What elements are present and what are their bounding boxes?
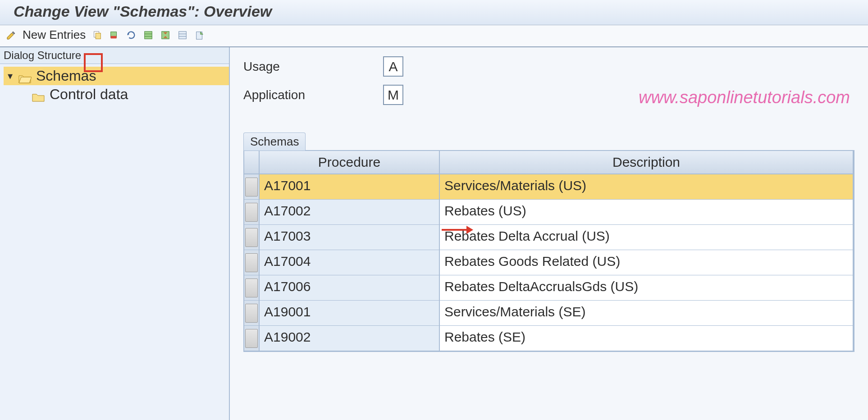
row-selector[interactable] [244, 275, 260, 301]
delete-icon[interactable] [108, 29, 120, 41]
tree-node-schemas[interactable]: ▾ Schemas [4, 67, 229, 85]
folder-open-icon [18, 71, 32, 82]
svg-rect-1 [96, 33, 101, 39]
export-icon[interactable] [194, 29, 206, 41]
procedure-cell[interactable]: A19001 [260, 301, 440, 326]
svg-rect-4 [145, 31, 152, 39]
folder-icon [32, 89, 45, 100]
row-selector[interactable] [244, 250, 260, 275]
procedure-column: Procedure A17001A17002A17003A17004A17006… [260, 151, 440, 351]
selection-header[interactable] [244, 151, 260, 174]
tree-node-control-data[interactable]: Control data [4, 85, 229, 104]
new-entries-label[interactable]: New Entries [23, 28, 86, 42]
description-cell[interactable]: Rebates Goods Related (US) [440, 250, 854, 275]
svg-rect-3 [111, 36, 117, 38]
schemas-panel-title: Schemas [243, 132, 306, 151]
application-label: Application [243, 88, 383, 102]
description-column: Description Services/Materials (US)Rebat… [440, 151, 854, 351]
procedure-cell[interactable]: A19002 [260, 326, 440, 351]
select-all-icon[interactable] [160, 29, 171, 41]
tree-node-label: Control data [50, 86, 128, 103]
caret-down-icon[interactable]: ▾ [6, 70, 14, 82]
row-selector[interactable] [244, 301, 260, 326]
description-cell[interactable]: Services/Materials (SE) [440, 301, 854, 326]
tree-node-label: Schemas [36, 68, 96, 84]
selection-column [244, 151, 260, 351]
usage-input[interactable]: A [383, 56, 403, 77]
row-selector[interactable] [244, 200, 260, 225]
page-title: Change View "Schemas": Overview [0, 0, 868, 25]
procedure-cell[interactable]: A17006 [260, 275, 440, 301]
procedure-cell[interactable]: A17003 [260, 225, 440, 250]
procedure-header[interactable]: Procedure [260, 151, 440, 174]
procedure-cell[interactable]: A17001 [260, 174, 440, 200]
undo-icon[interactable] [125, 29, 137, 41]
description-cell[interactable]: Services/Materials (US) [440, 174, 854, 200]
description-header[interactable]: Description [440, 151, 854, 174]
watermark-text: www.saponlinetutorials.com [639, 88, 850, 107]
copy-icon[interactable] [91, 29, 103, 41]
description-cell[interactable]: Rebates DeltaAccrualsGds (US) [440, 275, 854, 301]
grid-icon[interactable] [142, 29, 154, 41]
row-selector[interactable] [244, 326, 260, 351]
dialog-structure-header: Dialog Structure [0, 47, 229, 64]
schemas-table: Procedure A17001A17002A17003A17004A17006… [243, 150, 854, 352]
usage-label: Usage [243, 59, 383, 74]
application-input[interactable]: M [383, 85, 403, 105]
main-panel: Usage A Application M www.saponlinetutor… [230, 47, 868, 420]
svg-rect-8 [179, 31, 187, 39]
row-selector[interactable] [244, 225, 260, 250]
toolbar: New Entries [0, 25, 868, 47]
row-selector[interactable] [244, 174, 260, 200]
description-cell[interactable]: Rebates (US) [440, 200, 854, 225]
procedure-cell[interactable]: A17004 [260, 250, 440, 275]
dialog-structure-panel: Dialog Structure ▾ Schemas Control data [0, 47, 230, 420]
description-cell[interactable]: Rebates (SE) [440, 326, 854, 351]
description-cell[interactable]: Rebates Delta Accrual (US) [440, 225, 854, 250]
pencil-icon[interactable] [5, 29, 17, 41]
deselect-icon[interactable] [177, 29, 188, 41]
procedure-cell[interactable]: A17002 [260, 200, 440, 225]
